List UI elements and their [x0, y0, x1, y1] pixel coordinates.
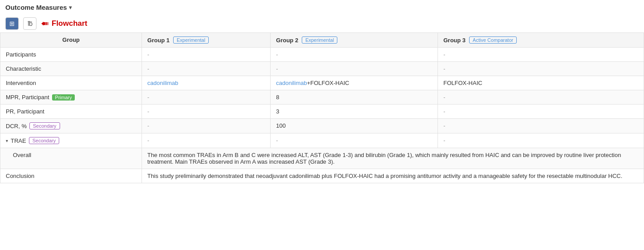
outcome-title-text: Outcome Measures — [5, 4, 67, 11]
row-overall-content: The most common TRAEs in Arm B and C wer… — [142, 148, 644, 169]
flowchart-label: Flowchart — [52, 19, 87, 28]
table-header-row: Group Group 1 Experimental Group 2 Exper… — [0, 33, 644, 48]
table-row: Participants - - - — [0, 48, 644, 62]
secondary-badge-dcr: Secondary — [29, 122, 60, 129]
secondary-badge-trae: Secondary — [29, 137, 60, 144]
row-group1-mpr: - — [142, 90, 271, 105]
row-group3-dcr: - — [438, 119, 644, 133]
row-group3-mpr: - — [438, 90, 644, 105]
col-header-group1: Group 1 Experimental — [142, 33, 271, 48]
col-header-group: Group — [0, 33, 142, 48]
row-group3-pr: - — [438, 105, 644, 119]
table-row: Conclusion This study preliminarily demo… — [0, 169, 644, 183]
group2-label: Group 2 — [276, 37, 298, 44]
chevron-down-icon: ▾ — [69, 4, 72, 11]
row-label-intervention: Intervention — [0, 76, 142, 90]
row-group1-dcr: - — [142, 119, 271, 133]
table-row: DCR, % Secondary - 100 - — [0, 119, 644, 133]
row-group3-intervention: FOLFOX-HAIC — [438, 76, 644, 90]
group3-badge: Active Comparator — [469, 36, 517, 44]
row-label-dcr: DCR, % Secondary — [0, 119, 142, 133]
table-row: PR, Participant - 3 - — [0, 105, 644, 119]
row-label-characteristic: Characteristic — [0, 62, 142, 76]
row-group1-participants: - — [142, 48, 271, 62]
expand-icon-trae[interactable]: ▾ — [6, 138, 8, 143]
row-label-pr: PR, Participant — [0, 105, 142, 119]
intervention-link-group1[interactable]: cadonilimab — [147, 80, 178, 86]
red-arrow-icon: ➠ — [41, 18, 49, 29]
group1-label: Group 1 — [147, 37, 170, 44]
group2-badge: Experimental — [302, 36, 337, 44]
table-row: Intervention cadonilimab cadonilimab+FOL… — [0, 76, 644, 90]
row-label-participants: Participants — [0, 48, 142, 62]
top-header: Outcome Measures ▾ ⊞ ℔ ➠ Flowchart — [0, 0, 644, 32]
outcome-measures-title[interactable]: Outcome Measures ▾ — [5, 4, 72, 11]
row-group1-trae: - — [142, 133, 271, 148]
row-label-mpr: MPR, Participant Primary — [0, 90, 142, 105]
table-row: MPR, Participant Primary - 8 - — [0, 90, 644, 105]
row-conclusion-content: This study preliminarily demonstrated th… — [142, 169, 644, 183]
filter-icon: ℔ — [28, 20, 32, 27]
row-group2-mpr: 8 — [271, 90, 438, 105]
table-row: Characteristic - - - — [0, 62, 644, 76]
group-label: Group — [62, 36, 80, 43]
row-group2-dcr: 100 — [271, 119, 438, 133]
flowchart-annotation: ➠ Flowchart — [41, 18, 87, 29]
toolbar: ⊞ ℔ ➠ Flowchart — [0, 15, 644, 32]
row-group2-participants: - — [271, 48, 438, 62]
row-group2-characteristic: - — [271, 62, 438, 76]
row-group2-trae: - — [271, 133, 438, 148]
primary-badge: Primary — [52, 94, 75, 101]
col-header-group2: Group 2 Experimental — [271, 33, 438, 48]
grid-view-button[interactable]: ⊞ — [5, 17, 19, 30]
group3-label: Group 3 — [443, 37, 466, 44]
row-group2-intervention: cadonilimab+FOLFOX-HAIC — [271, 76, 438, 90]
row-group3-participants: - — [438, 48, 644, 62]
grid-icon: ⊞ — [9, 20, 15, 27]
row-group1-pr: - — [142, 105, 271, 119]
row-group3-characteristic: - — [438, 62, 644, 76]
col-header-group3: Group 3 Active Comparator — [438, 33, 644, 48]
table-row: ▾ TRAE Secondary - - - — [0, 133, 644, 148]
table-row: Overall The most common TRAEs in Arm B a… — [0, 148, 644, 169]
row-label-overall: Overall — [0, 148, 142, 169]
row-group1-intervention: cadonilimab — [142, 76, 271, 90]
row-label-conclusion: Conclusion — [0, 169, 142, 183]
intervention-link-group2a[interactable]: cadonilimab — [276, 80, 307, 86]
outcome-measures-table: Group Group 1 Experimental Group 2 Exper… — [0, 32, 644, 183]
row-group2-pr: 3 — [271, 105, 438, 119]
row-group1-characteristic: - — [142, 62, 271, 76]
filter-button[interactable]: ℔ — [23, 17, 36, 30]
row-label-trae: ▾ TRAE Secondary — [0, 133, 142, 148]
group1-badge: Experimental — [173, 36, 209, 44]
row-group3-trae: - — [438, 133, 644, 148]
